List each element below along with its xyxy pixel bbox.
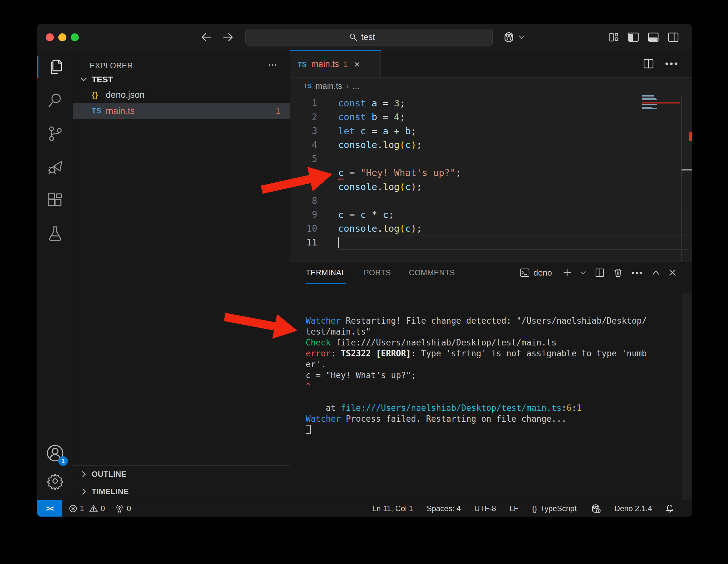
zoom-window-button[interactable]	[71, 33, 79, 41]
minimap[interactable]	[641, 95, 682, 261]
toggle-primary-sidebar-icon[interactable]	[628, 32, 639, 43]
accounts-icon[interactable]: 1	[46, 444, 64, 463]
breadcrumb[interactable]: TS main.ts › ...	[290, 78, 692, 95]
forward-arrow-icon[interactable]	[222, 32, 233, 42]
code-token: *	[366, 209, 383, 220]
copilot-status-icon[interactable]	[590, 504, 601, 513]
code-line-3[interactable]: 3let c = a + b;	[290, 124, 641, 138]
breadcrumb-file[interactable]: main.ts	[316, 81, 343, 91]
customize-layout-icon[interactable]	[608, 32, 619, 43]
code-line-6[interactable]: 6c = "Hey! What's up?";	[290, 166, 641, 180]
error-count: 1	[80, 504, 84, 513]
terminal-text: file:///Users/naelshiab/Desktop/test/mai…	[331, 338, 556, 347]
explorer-more-actions-icon[interactable]: ⋯	[268, 59, 278, 70]
tab-close-icon[interactable]: ×	[354, 59, 360, 70]
deno-version[interactable]: Deno 2.1.4	[615, 504, 652, 513]
terminal-text: er'.	[306, 360, 326, 369]
explorer-icon[interactable]	[37, 50, 73, 84]
code-line-9[interactable]: 9c = c * c;	[290, 208, 641, 222]
outline-section[interactable]: OUTLINE	[73, 465, 290, 483]
code-line-1[interactable]: 1const a = 3;	[290, 96, 641, 110]
code-editor[interactable]: 1const a = 3;2const b = 4;3let c = a + b…	[290, 95, 692, 261]
code-token: .	[377, 223, 383, 234]
terminal-text: Restarting! File change detected: "/User…	[341, 316, 647, 326]
command-center-search[interactable]	[245, 29, 493, 46]
code-token: 4	[394, 112, 400, 122]
activity-bar: 1	[37, 50, 73, 500]
overview-ruler-error-marker	[689, 132, 692, 141]
close-panel-icon[interactable]	[669, 269, 676, 277]
line-number: 9	[290, 209, 317, 220]
minimize-window-button[interactable]	[58, 33, 66, 41]
terminal-text: 6	[567, 403, 572, 413]
toggle-secondary-sidebar-icon[interactable]	[667, 32, 679, 43]
code-token: =	[343, 167, 360, 178]
terminal-line-3: Check file:///Users/naelshiab/Desktop/te…	[306, 337, 692, 348]
titlebar[interactable]	[37, 24, 692, 50]
chevron-right-icon	[81, 488, 87, 495]
terminal-output[interactable]: Watcher Restarting! File change detected…	[290, 284, 692, 500]
terminal-instance[interactable]: deno	[520, 268, 552, 278]
settings-gear-icon[interactable]	[46, 472, 64, 491]
back-arrow-icon[interactable]	[201, 32, 212, 42]
kill-terminal-trash-icon[interactable]	[614, 268, 623, 278]
new-terminal-icon[interactable]	[563, 269, 571, 277]
code-token: const	[338, 112, 372, 122]
extensions-icon[interactable]	[37, 184, 73, 217]
split-terminal-icon[interactable]	[595, 268, 605, 278]
code-token: c	[338, 167, 343, 178]
code-line-4[interactable]: 4console.log(c);	[290, 138, 641, 152]
terminal-file-link[interactable]: file:///Users/naelshiab/Desktop/test/mai…	[341, 403, 562, 413]
tab-label: main.ts	[311, 59, 339, 69]
toggle-panel-icon[interactable]	[648, 32, 659, 43]
indentation[interactable]: Spaces: 4	[426, 504, 461, 513]
copilot-icon[interactable]	[502, 32, 515, 43]
notifications-bell-icon[interactable]	[666, 504, 674, 513]
close-window-button[interactable]	[46, 33, 54, 41]
encoding[interactable]: UTF-8	[474, 504, 496, 513]
folder-root-test[interactable]: TEST	[73, 72, 290, 87]
chevron-down-icon[interactable]	[518, 35, 525, 39]
editor-more-actions-icon[interactable]: •••	[665, 58, 679, 69]
breadcrumb-symbol[interactable]: ...	[352, 81, 360, 91]
code-token: b	[372, 112, 383, 122]
remote-indicator[interactable]: ><	[37, 500, 62, 517]
panel-more-actions-icon[interactable]: •••	[632, 268, 643, 278]
language-mode[interactable]: {} TypeScript	[532, 504, 576, 513]
file-row-main.ts[interactable]: TSmain.ts1	[73, 103, 290, 119]
code-token: ;	[400, 112, 405, 122]
testing-icon[interactable]	[37, 217, 73, 250]
ports-indicator[interactable]: 0	[115, 504, 131, 513]
terminal-line-10: Watcher Process failed. Restarting on fi…	[306, 413, 692, 424]
maximize-panel-icon[interactable]	[652, 270, 660, 275]
terminal-text: Check	[306, 338, 331, 347]
code-line-10[interactable]: 10console.log(c);	[290, 222, 641, 236]
terminal-text: :	[572, 403, 577, 413]
code-token: log	[383, 181, 400, 192]
code-line-5[interactable]: 5	[290, 152, 641, 166]
panel-tab-comments[interactable]: COMMENTS	[409, 261, 455, 284]
cursor-position[interactable]: Ln 11, Col 1	[372, 504, 413, 513]
search-sidebar-icon[interactable]	[37, 84, 73, 117]
typescript-file-icon: TS	[298, 60, 307, 69]
file-row-deno.json[interactable]: {}deno.json	[73, 87, 290, 103]
panel-tab-terminal[interactable]: TERMINAL	[306, 261, 346, 284]
source-control-icon[interactable]	[37, 117, 73, 150]
code-line-8[interactable]: 8	[290, 194, 641, 208]
terminal-scrollbar[interactable]	[682, 293, 691, 500]
minimap-line	[642, 99, 657, 100]
code-line-11[interactable]: 11	[290, 236, 641, 250]
minimap-line	[642, 98, 656, 99]
panel-tab-ports[interactable]: PORTS	[364, 261, 391, 284]
timeline-section[interactable]: TIMELINE	[73, 483, 290, 500]
run-and-debug-icon[interactable]	[37, 150, 73, 184]
search-input[interactable]	[360, 32, 389, 43]
launch-profile-chevron-icon[interactable]	[580, 271, 586, 275]
code-token: a	[372, 98, 383, 109]
code-line-7[interactable]: 7console.log(c);	[290, 180, 641, 194]
problems-indicator[interactable]: 1 0	[69, 504, 105, 513]
split-editor-icon[interactable]	[643, 58, 654, 69]
eol-sequence[interactable]: LF	[509, 504, 518, 513]
code-line-2[interactable]: 2const b = 4;	[290, 110, 641, 124]
tab-main-ts[interactable]: TS main.ts 1 ×	[290, 50, 381, 77]
